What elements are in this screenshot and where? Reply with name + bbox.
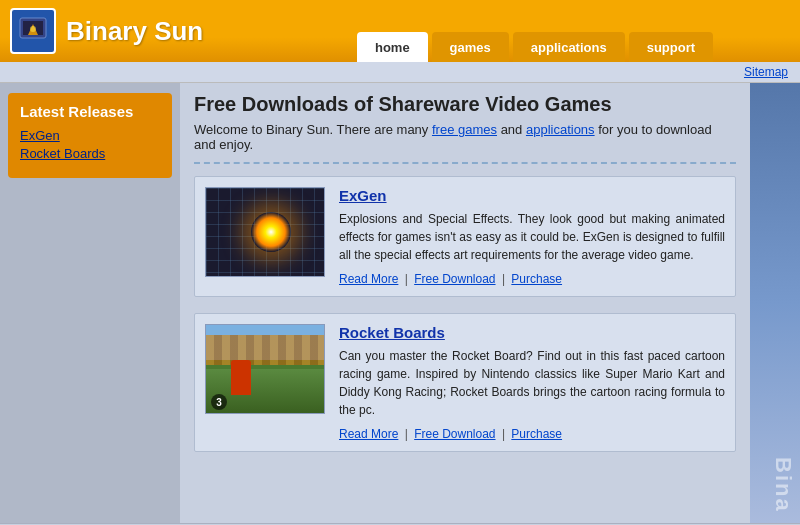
sidebar-link-rocketboards[interactable]: Rocket Boards <box>20 146 160 161</box>
logo-area: Binary Sun <box>0 8 270 54</box>
rocketboards-download-link[interactable]: Free Download <box>414 427 495 441</box>
exgen-title[interactable]: ExGen <box>339 187 725 204</box>
sidebar: Latest Releases ExGen Rocket Boards <box>0 83 180 523</box>
rocketboards-screenshot: 3 <box>205 324 325 414</box>
exgen-links: Read More | Free Download | Purchase <box>339 272 725 286</box>
logo-icon <box>10 8 56 54</box>
exgen-purchase-link[interactable]: Purchase <box>511 272 562 286</box>
intro-text-before: Welcome to Binary Sun. There are many <box>194 122 432 137</box>
free-games-link[interactable]: free games <box>432 122 497 137</box>
product-card-exgen: ExGen Explosions and Special Effects. Th… <box>194 176 736 297</box>
header: Binary Sun home games applications suppo… <box>0 0 800 62</box>
exgen-sep1: | <box>401 272 411 286</box>
exgen-info: ExGen Explosions and Special Effects. Th… <box>339 187 725 286</box>
right-decoration: Bina <box>750 83 800 523</box>
rocketboards-info: Rocket Boards Can you master the Rocket … <box>339 324 725 441</box>
product-card-rocketboards: 3 Rocket Boards Can you master the Rocke… <box>194 313 736 452</box>
page-title: Free Downloads of Shareware Video Games <box>194 93 736 116</box>
applications-link[interactable]: applications <box>526 122 595 137</box>
exgen-sep2: | <box>499 272 509 286</box>
exgen-readmore-link[interactable]: Read More <box>339 272 398 286</box>
latest-releases-title: Latest Releases <box>20 103 160 120</box>
latest-releases-box: Latest Releases ExGen Rocket Boards <box>8 93 172 178</box>
rocketboards-purchase-link[interactable]: Purchase <box>511 427 562 441</box>
nav-area: home games applications support <box>270 0 800 62</box>
rocketboards-desc: Can you master the Rocket Board? Find ou… <box>339 347 725 419</box>
sitemap-link[interactable]: Sitemap <box>744 65 788 79</box>
exgen-screenshot <box>205 187 325 277</box>
nav-tab-home[interactable]: home <box>357 32 428 62</box>
right-deco-text: Bina <box>770 457 800 523</box>
nav-tab-support[interactable]: support <box>629 32 713 62</box>
sidebar-link-exgen[interactable]: ExGen <box>20 128 160 143</box>
main-wrapper: Latest Releases ExGen Rocket Boards Free… <box>0 83 800 523</box>
svg-point-3 <box>30 26 36 32</box>
rocketboards-sep1: | <box>401 427 411 441</box>
content-area: Free Downloads of Shareware Video Games … <box>180 83 750 523</box>
rocketboards-readmore-link[interactable]: Read More <box>339 427 398 441</box>
rocketboards-links: Read More | Free Download | Purchase <box>339 427 725 441</box>
nav-tab-games[interactable]: games <box>432 32 509 62</box>
exgen-download-link[interactable]: Free Download <box>414 272 495 286</box>
rocketboards-sep2: | <box>499 427 509 441</box>
rocketboards-title[interactable]: Rocket Boards <box>339 324 725 341</box>
intro-text-mid: and <box>497 122 526 137</box>
logo-text: Binary Sun <box>66 16 203 47</box>
nav-tab-applications[interactable]: applications <box>513 32 625 62</box>
intro-text: Welcome to Binary Sun. There are many fr… <box>194 122 736 152</box>
exgen-desc: Explosions and Special Effects. They loo… <box>339 210 725 264</box>
sitemap-bar: Sitemap <box>0 62 800 83</box>
divider-1 <box>194 162 736 164</box>
